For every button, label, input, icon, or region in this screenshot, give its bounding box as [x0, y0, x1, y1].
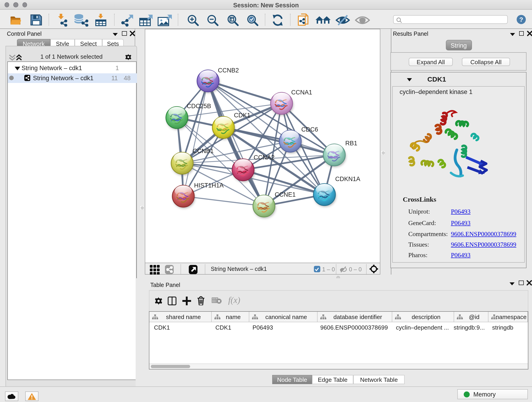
svg-text:CDKN1A: CDKN1A — [335, 175, 360, 182]
svg-text:CDC25B: CDC25B — [186, 102, 211, 109]
svg-text:RB1: RB1 — [345, 140, 357, 147]
svg-text:CCNA2: CCNA2 — [253, 154, 274, 161]
svg-text:?: ? — [519, 16, 523, 23]
svg-text:CCNA1: CCNA1 — [291, 89, 312, 96]
svg-text:HIST1H1A: HIST1H1A — [194, 182, 223, 189]
svg-text:CDC6: CDC6 — [301, 126, 318, 133]
svg-text:CCNE1: CCNE1 — [274, 191, 296, 198]
svg-text:CDK1: CDK1 — [234, 112, 250, 119]
svg-text:CCNB2: CCNB2 — [218, 67, 239, 74]
svg-text:CCNB1: CCNB1 — [192, 147, 214, 154]
